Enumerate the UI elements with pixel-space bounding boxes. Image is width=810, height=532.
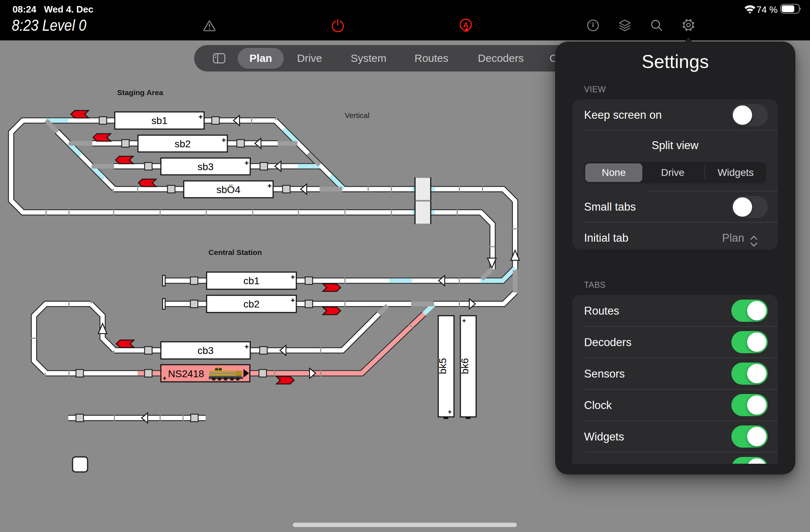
svg-text:Vertical: Vertical (345, 111, 370, 119)
svg-text:NS2418: NS2418 (168, 368, 204, 379)
svg-text:+: + (291, 296, 295, 304)
svg-text:Central Station: Central Station (208, 248, 262, 256)
svg-text:sb1: sb1 (151, 115, 167, 126)
svg-text:+: + (448, 408, 452, 415)
svg-text:+: + (163, 375, 167, 382)
svg-text:cb1: cb1 (243, 275, 260, 286)
svg-text:cb3: cb3 (197, 345, 213, 356)
svg-text:bk6: bk6 (459, 358, 470, 374)
svg-text:A: A (463, 21, 468, 29)
svg-text:cb2: cb2 (243, 299, 260, 310)
svg-text:sbÖ4: sbÖ4 (217, 184, 241, 195)
svg-text:Staging Area: Staging Area (117, 88, 163, 97)
svg-text:+: + (291, 273, 295, 281)
svg-text:+: + (245, 343, 249, 351)
svg-text:+: + (245, 159, 249, 167)
svg-text:+: + (222, 136, 226, 144)
svg-text:sb3: sb3 (197, 161, 213, 172)
svg-text:bk5: bk5 (437, 358, 448, 374)
svg-text:+: + (462, 317, 466, 324)
svg-text:+: + (267, 182, 272, 190)
svg-text:+: + (198, 113, 203, 121)
svg-text:sb2: sb2 (174, 138, 191, 149)
